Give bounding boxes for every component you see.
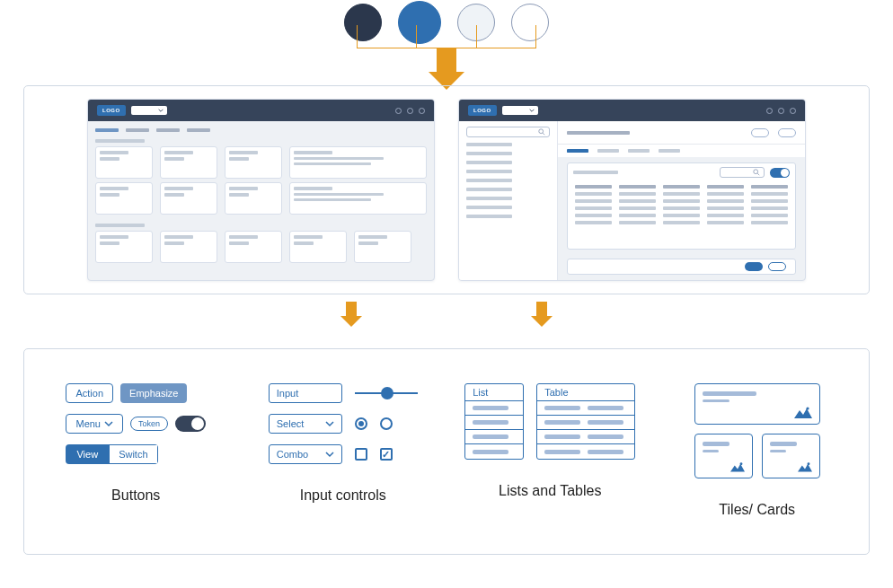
svg-point-6: [807, 462, 809, 465]
list-item[interactable]: [466, 215, 512, 218]
slider[interactable]: [355, 386, 418, 400]
content-footer: [567, 259, 796, 275]
table-row[interactable]: [537, 430, 634, 444]
switch-toggle[interactable]: [175, 416, 206, 432]
header-button[interactable]: [751, 128, 769, 137]
tab-item[interactable]: [126, 128, 149, 132]
toolbar-dropdown[interactable]: [131, 106, 167, 115]
emphasize-button[interactable]: Emphasize: [120, 383, 187, 403]
sub-tabs: [558, 145, 805, 157]
section-label-tiles: Tiles/ Cards: [719, 502, 795, 518]
table-header: Table: [537, 384, 634, 401]
list-header: List: [465, 384, 523, 401]
tile[interactable]: [95, 182, 153, 215]
secondary-button[interactable]: [768, 262, 786, 271]
content-header: [558, 121, 805, 145]
tab-item[interactable]: [597, 149, 619, 153]
radio-unselected[interactable]: [380, 417, 393, 430]
chevron-down-icon: [529, 108, 535, 113]
search-icon: [753, 169, 760, 176]
radio-selected[interactable]: [355, 417, 367, 430]
primary-button[interactable]: [745, 262, 763, 271]
tile[interactable]: [225, 231, 282, 263]
tile[interactable]: [225, 182, 282, 215]
view-toggle[interactable]: [770, 168, 790, 178]
list-item[interactable]: [466, 152, 512, 155]
window-controls: [766, 108, 796, 114]
tab-active[interactable]: [95, 128, 119, 132]
wide-card[interactable]: [289, 146, 427, 179]
table-row[interactable]: [537, 401, 634, 416]
section-heading: [95, 139, 145, 143]
segmented-button[interactable]: View Switch: [66, 444, 157, 464]
segment-switch[interactable]: Switch: [109, 444, 157, 464]
list-item[interactable]: [466, 197, 512, 200]
tab-item[interactable]: [628, 149, 650, 153]
card-example-large[interactable]: [694, 383, 820, 425]
toolbar-dropdown[interactable]: [502, 106, 538, 115]
checkbox-checked[interactable]: ✓: [380, 448, 393, 461]
tab-active[interactable]: [567, 149, 588, 153]
section-label-inputs: Input controls: [300, 487, 386, 504]
chevron-down-icon: [158, 108, 164, 113]
list-item[interactable]: [466, 206, 512, 209]
table-row[interactable]: [537, 444, 634, 459]
list-item[interactable]: [466, 161, 512, 164]
header-button[interactable]: [778, 128, 796, 137]
tile[interactable]: [160, 146, 217, 179]
tile[interactable]: [354, 231, 411, 263]
list-item[interactable]: [465, 416, 523, 430]
tile-example[interactable]: [762, 434, 820, 478]
search-icon: [538, 128, 545, 136]
list-item[interactable]: [465, 444, 523, 459]
image-icon: [798, 461, 812, 472]
menu-button[interactable]: Menu: [66, 414, 123, 434]
data-table: [567, 162, 796, 250]
sidebar: [459, 121, 558, 280]
list-item[interactable]: [465, 430, 523, 444]
search-input[interactable]: [720, 167, 765, 178]
tab-item[interactable]: [187, 128, 210, 132]
combo-label: Combo: [277, 449, 308, 460]
list-item[interactable]: [465, 401, 523, 416]
chevron-down-icon: [104, 419, 113, 428]
mock-toolbar: LOGO: [459, 100, 805, 121]
tab-item[interactable]: [156, 128, 180, 132]
palette-connector: [357, 25, 536, 48]
tab-bar: [95, 128, 427, 132]
section-label-lists: Lists and Tables: [499, 483, 601, 499]
wide-card[interactable]: [289, 182, 427, 215]
list-item[interactable]: [466, 143, 512, 146]
list-item[interactable]: [466, 179, 512, 182]
tile[interactable]: [289, 231, 347, 263]
combo-input[interactable]: Combo: [269, 444, 342, 464]
chevron-down-icon: [325, 450, 334, 459]
list-item[interactable]: [466, 188, 512, 191]
search-input[interactable]: [466, 127, 550, 137]
mock-dashboard: LOGO: [87, 99, 435, 281]
segment-view[interactable]: View: [66, 444, 109, 464]
tile[interactable]: [160, 182, 217, 215]
window-controls: [395, 108, 425, 114]
section-heading: [95, 224, 145, 227]
panel-connector: [0, 302, 893, 316]
text-input[interactable]: Input: [269, 383, 342, 403]
select-input[interactable]: Select: [269, 414, 342, 434]
token-chip[interactable]: Token: [130, 417, 168, 431]
tile[interactable]: [95, 231, 153, 263]
group-buttons: Action Emphasize Menu Token View Switch …: [42, 383, 230, 534]
input-label: Input: [277, 388, 298, 399]
action-button[interactable]: Action: [66, 383, 113, 403]
select-label: Select: [277, 418, 305, 429]
theme-examples-panel: LOGO: [23, 85, 870, 294]
mock-data-app: LOGO: [458, 99, 806, 281]
table-row[interactable]: [537, 416, 634, 430]
tile[interactable]: [225, 146, 282, 179]
list-item[interactable]: [466, 170, 512, 173]
tab-item[interactable]: [659, 149, 680, 153]
tile-example[interactable]: [694, 434, 753, 478]
svg-point-2: [754, 170, 758, 174]
tile[interactable]: [160, 231, 217, 263]
checkbox-unchecked[interactable]: [355, 448, 367, 461]
tile[interactable]: [95, 146, 153, 179]
